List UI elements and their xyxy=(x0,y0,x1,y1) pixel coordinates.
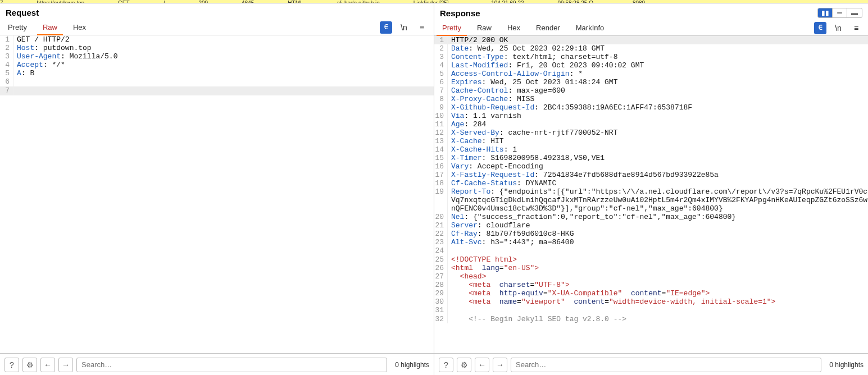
layout-toggle[interactable]: ▮▮ ═ ▬ xyxy=(817,8,862,18)
code-line[interactable]: 28 <meta charset="UTF-8"> xyxy=(434,281,868,289)
line-content: X-Fastly-Request-Id: 72541834e7fd5688dfa… xyxy=(448,171,868,179)
back-icon[interactable]: ← xyxy=(40,358,55,372)
response-search-input[interactable] xyxy=(511,358,821,372)
code-line[interactable]: 5A: B xyxy=(0,69,434,77)
newline-icon[interactable]: \n xyxy=(398,21,410,34)
code-line[interactable]: 19Report-To: {"endpoints":[{"url":"https… xyxy=(434,188,868,213)
code-line[interactable]: 3User-Agent: Mozilla/5.0 xyxy=(0,52,434,61)
code-line[interactable]: 8X-Proxy-Cache: MISS xyxy=(434,95,868,103)
line-content: X-Cache-Hits: 1 xyxy=(448,145,868,154)
code-line[interactable]: 24 xyxy=(434,246,868,255)
forward-icon[interactable]: → xyxy=(493,358,507,372)
tab-raw[interactable]: Raw xyxy=(469,20,499,35)
line-number: 4 xyxy=(434,61,448,70)
tab-hex[interactable]: Hex xyxy=(65,20,94,35)
code-line[interactable]: 6 xyxy=(0,77,434,86)
code-line[interactable]: 1HTTP/2 200 OK xyxy=(434,36,868,44)
layout-single-icon[interactable]: ▬ xyxy=(847,8,862,17)
code-line[interactable]: 17X-Fastly-Request-Id: 72541834e7fd5688d… xyxy=(434,171,868,179)
layout-columns-icon[interactable]: ▮▮ xyxy=(818,8,833,17)
response-panel: Response ▮▮ ═ ▬ Pretty Raw Hex Render Ma… xyxy=(434,3,868,375)
line-content: <meta charset="UTF-8"> xyxy=(448,281,868,289)
gear-icon[interactable]: ⚙ xyxy=(22,358,37,372)
line-number: 3 xyxy=(434,53,448,61)
response-editor[interactable]: 1HTTP/2 200 OK2Date: Wed, 25 Oct 2023 02… xyxy=(434,36,868,354)
code-line[interactable]: 7Cache-Control: max-age=600 xyxy=(434,86,868,95)
line-content: HTTP/2 200 OK xyxy=(448,36,868,44)
inspector-icon[interactable]: ∈ xyxy=(814,22,826,34)
line-content: <meta http-equiv="X-UA-Compatible" conte… xyxy=(448,289,868,298)
line-number: 17 xyxy=(434,171,448,179)
code-line[interactable]: 12X-Served-By: cache-nrt-rjtf7700052-NRT xyxy=(434,129,868,137)
code-line[interactable]: 4Accept: */* xyxy=(0,61,434,69)
help-icon[interactable]: ? xyxy=(4,358,19,372)
inspector-icon[interactable]: ∈ xyxy=(380,21,392,34)
code-line[interactable]: 20Nel: {"success_fraction":0,"report_to"… xyxy=(434,213,868,221)
line-number: 14 xyxy=(434,145,448,154)
line-number: 9 xyxy=(434,103,448,112)
line-content: User-Agent: Mozilla/5.0 xyxy=(13,52,434,61)
code-line[interactable]: 31 xyxy=(434,306,868,315)
code-line[interactable]: 32 <!-- Begin Jekyll SEO tag v2.8.0 --> xyxy=(434,315,868,323)
line-content xyxy=(13,77,434,86)
request-highlights: 0 highlights xyxy=(390,361,429,369)
code-line[interactable]: 14X-Cache-Hits: 1 xyxy=(434,145,868,154)
line-content: <html lang="en-US"> xyxy=(448,264,868,272)
code-line[interactable]: 4Last-Modified: Fri, 20 Oct 2023 09:40:0… xyxy=(434,61,868,70)
newline-icon[interactable]: \n xyxy=(832,22,844,34)
layout-rows-icon[interactable]: ═ xyxy=(833,8,847,17)
line-content: X-Served-By: cache-nrt-rjtf7700052-NRT xyxy=(448,129,868,137)
code-line[interactable]: 16Vary: Accept-Encoding xyxy=(434,162,868,171)
code-line[interactable]: 7 xyxy=(0,86,434,95)
code-line[interactable]: 3Content-Type: text/html; charset=utf-8 xyxy=(434,53,868,61)
line-number: 24 xyxy=(434,246,448,255)
line-number: 5 xyxy=(0,69,13,77)
line-number: 10 xyxy=(434,112,448,120)
menu-icon[interactable]: ≡ xyxy=(850,22,862,34)
line-number: 7 xyxy=(0,86,13,95)
request-editor[interactable]: 1GET / HTTP/22Host: putdown.top3User-Age… xyxy=(0,35,434,354)
code-line[interactable]: 21Server: cloudflare xyxy=(434,221,868,230)
line-content xyxy=(448,246,868,255)
code-line[interactable]: 27 <head> xyxy=(434,272,868,281)
code-line[interactable]: 13X-Cache: HIT xyxy=(434,137,868,145)
code-line[interactable]: 18Cf-Cache-Status: DYNAMIC xyxy=(434,179,868,188)
line-content: Last-Modified: Fri, 20 Oct 2023 09:40:02… xyxy=(448,61,868,70)
code-line[interactable]: 10Via: 1.1 varnish xyxy=(434,112,868,120)
code-line[interactable]: 6Expires: Wed, 25 Oct 2023 01:48:24 GMT xyxy=(434,78,868,86)
code-line[interactable]: 29 <meta http-equiv="X-UA-Compatible" co… xyxy=(434,289,868,298)
tab-hex[interactable]: Hex xyxy=(499,20,528,35)
forward-icon[interactable]: → xyxy=(58,358,73,372)
tab-raw[interactable]: Raw xyxy=(35,20,65,35)
code-line[interactable]: 2Host: putdown.top xyxy=(0,44,434,52)
code-line[interactable]: 2Date: Wed, 25 Oct 2023 02:29:18 GMT xyxy=(434,44,868,53)
code-line[interactable]: 5Access-Control-Allow-Origin: * xyxy=(434,70,868,78)
line-number: 15 xyxy=(434,154,448,162)
code-line[interactable]: 1GET / HTTP/2 xyxy=(0,35,434,44)
line-content: Access-Control-Allow-Origin: * xyxy=(448,70,868,78)
help-icon[interactable]: ? xyxy=(439,358,453,372)
line-content xyxy=(448,306,868,315)
response-highlights: 0 highlights xyxy=(825,361,864,369)
tab-markinfo[interactable]: MarkInfo xyxy=(568,20,612,35)
code-line[interactable]: 22Cf-Ray: 81b707f59d6010c8-HKG xyxy=(434,230,868,238)
back-icon[interactable]: ← xyxy=(475,358,489,372)
code-line[interactable]: 25<!DOCTYPE html> xyxy=(434,255,868,264)
line-number: 25 xyxy=(434,255,448,264)
code-line[interactable]: 30 <meta name="viewport" content="width=… xyxy=(434,298,868,306)
code-line[interactable]: 15X-Timer: S1698200958.492318,VS0,VE1 xyxy=(434,154,868,162)
line-content xyxy=(13,86,434,95)
tab-render[interactable]: Render xyxy=(528,20,568,35)
tab-pretty[interactable]: Pretty xyxy=(434,20,469,35)
code-line[interactable]: 11Age: 284 xyxy=(434,120,868,129)
code-line[interactable]: 23Alt-Svc: h3=":443"; ma=86400 xyxy=(434,238,868,246)
request-search-input[interactable] xyxy=(76,358,387,372)
line-content: X-Proxy-Cache: MISS xyxy=(448,95,868,103)
gear-icon[interactable]: ⚙ xyxy=(457,358,471,372)
line-content: Date: Wed, 25 Oct 2023 02:29:18 GMT xyxy=(448,44,868,53)
line-content: A: B xyxy=(13,69,434,77)
code-line[interactable]: 9X-Github-Request-Id: 2BC4:359388:19A6EC… xyxy=(434,103,868,112)
tab-pretty[interactable]: Pretty xyxy=(0,20,35,35)
code-line[interactable]: 26<html lang="en-US"> xyxy=(434,264,868,272)
menu-icon[interactable]: ≡ xyxy=(416,21,428,34)
